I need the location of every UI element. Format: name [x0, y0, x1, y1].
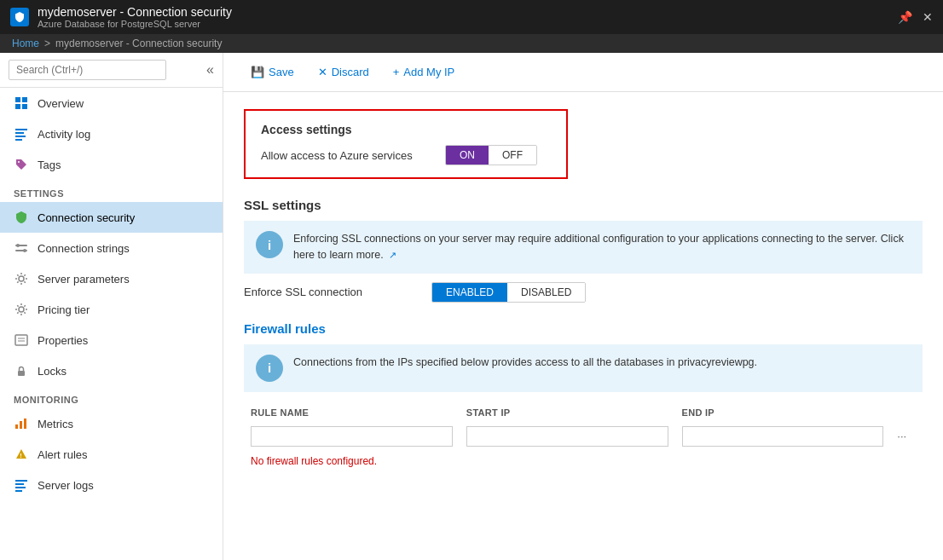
sidebar-item-connection-security[interactable]: Connection security — [0, 202, 223, 233]
add-my-ip-button[interactable]: + Add My IP — [383, 61, 466, 83]
sidebar-item-locks[interactable]: Locks — [0, 355, 223, 386]
firewall-rules-table: RULE NAME START IP END IP ··· — [244, 404, 923, 450]
sidebar-item-tags-label: Tags — [38, 159, 61, 171]
access-toggle-switch[interactable]: ON OFF — [445, 145, 537, 165]
content-area: 💾 Save ✕ Discard + Add My IP Access sett… — [223, 53, 943, 560]
connection-security-icon — [14, 210, 29, 225]
col-rule-name: RULE NAME — [244, 404, 460, 423]
discard-label: Discard — [332, 66, 369, 78]
discard-button[interactable]: ✕ Discard — [308, 61, 379, 83]
firewall-rules-title: Firewall rules — [244, 321, 923, 336]
pricing-tier-icon — [14, 302, 29, 317]
sidebar: « Overview Activity log Tags SETTINGS — [0, 53, 223, 560]
save-button[interactable]: 💾 Save — [240, 61, 304, 83]
server-parameters-icon — [14, 271, 29, 286]
svg-rect-1 — [22, 97, 27, 102]
sidebar-item-tags[interactable]: Tags — [0, 149, 223, 180]
page-subtitle: Azure Database for PostgreSQL server — [38, 19, 898, 29]
settings-section-label: SETTINGS — [0, 180, 223, 202]
sidebar-item-server-parameters[interactable]: Server parameters — [0, 263, 223, 294]
svg-point-13 — [19, 307, 24, 312]
connection-strings-icon — [14, 240, 29, 256]
sidebar-item-metrics-label: Metrics — [38, 418, 73, 430]
svg-rect-22 — [15, 480, 27, 482]
save-label: Save — [269, 66, 294, 78]
col-actions — [890, 404, 923, 423]
app-icon — [10, 8, 29, 26]
row-actions-cell: ··· — [890, 423, 923, 450]
external-link-icon: ↗ — [389, 250, 396, 260]
breadcrumb-home[interactable]: Home — [12, 38, 39, 49]
sidebar-item-server-parameters-label: Server parameters — [38, 273, 130, 286]
page-title: mydemoserver - Connection security — [38, 5, 898, 19]
start-ip-input[interactable] — [466, 426, 668, 447]
access-toggle-row: Allow access to Azure services ON OFF — [261, 145, 551, 165]
rule-name-input[interactable] — [251, 426, 453, 447]
breadcrumb: Home > mydemoserver - Connection securit… — [0, 34, 943, 53]
svg-rect-20 — [24, 419, 26, 429]
svg-point-10 — [16, 244, 20, 247]
start-ip-cell — [460, 423, 675, 450]
ssl-info-text: Enforcing SSL connections on your server… — [293, 231, 911, 263]
sidebar-item-activity-log[interactable]: Activity log — [0, 118, 223, 149]
rule-name-cell — [244, 423, 460, 450]
sidebar-item-activity-log-label: Activity log — [38, 128, 90, 141]
svg-rect-5 — [15, 132, 24, 134]
firewall-info-text: Connections from the IPs specified below… — [293, 355, 911, 371]
ssl-info-icon: i — [256, 231, 283, 258]
sidebar-item-properties-label: Properties — [38, 334, 88, 347]
firewall-info-box: i Connections from the IPs specified bel… — [244, 344, 923, 392]
svg-rect-4 — [15, 129, 27, 130]
ssl-info-box: i Enforcing SSL connections on your serv… — [244, 221, 923, 274]
svg-rect-0 — [15, 97, 20, 102]
col-start-ip: START IP — [460, 404, 675, 423]
breadcrumb-separator: > — [44, 38, 50, 49]
properties-icon — [14, 332, 29, 348]
svg-rect-6 — [15, 136, 26, 137]
svg-rect-23 — [15, 483, 24, 485]
locks-icon — [14, 363, 29, 378]
sidebar-item-properties[interactable]: Properties — [0, 325, 223, 355]
title-bar: mydemoserver - Connection security Azure… — [0, 0, 943, 34]
pin-icon[interactable]: 📌 — [898, 10, 912, 24]
sidebar-item-overview[interactable]: Overview — [0, 88, 223, 118]
ssl-toggle-switch[interactable]: ENABLED DISABLED — [431, 282, 586, 303]
overview-icon — [14, 95, 29, 111]
sidebar-item-connection-strings-label: Connection strings — [38, 242, 130, 255]
sidebar-item-connection-security-label: Connection security — [38, 211, 135, 224]
svg-point-11 — [23, 249, 26, 252]
sidebar-item-alert-rules[interactable]: ! Alert rules — [0, 439, 223, 470]
svg-rect-19 — [20, 421, 22, 429]
sidebar-item-metrics[interactable]: Metrics — [0, 408, 223, 439]
ssl-settings-title: SSL settings — [244, 198, 923, 212]
sidebar-item-locks-label: Locks — [38, 365, 67, 378]
end-ip-input[interactable] — [682, 426, 884, 447]
svg-point-12 — [19, 276, 24, 281]
add-icon: + — [393, 66, 400, 78]
svg-rect-7 — [15, 139, 22, 141]
firewall-rules-section: Firewall rules i Connections from the IP… — [244, 321, 923, 472]
access-settings-box: Access settings Allow access to Azure se… — [244, 109, 568, 179]
page-content: Access settings Allow access to Azure se… — [223, 92, 943, 560]
collapse-icon[interactable]: « — [206, 62, 214, 78]
metrics-icon — [14, 416, 29, 431]
sidebar-item-overview-label: Overview — [38, 97, 84, 110]
svg-text:!: ! — [20, 453, 21, 459]
sidebar-item-pricing-tier[interactable]: Pricing tier — [0, 294, 223, 325]
sidebar-item-connection-strings[interactable]: Connection strings — [0, 233, 223, 263]
sidebar-item-server-logs[interactable]: Server logs — [0, 470, 223, 500]
toggle-off-option[interactable]: OFF — [489, 146, 536, 165]
ssl-enforce-label: Enforce SSL connection — [244, 286, 414, 298]
row-more-actions[interactable]: ··· — [897, 430, 906, 442]
close-icon[interactable]: ✕ — [923, 10, 933, 24]
alert-rules-icon: ! — [14, 447, 29, 462]
sidebar-item-pricing-tier-label: Pricing tier — [38, 303, 90, 316]
ssl-enabled-option[interactable]: ENABLED — [432, 283, 507, 302]
toggle-on-option[interactable]: ON — [446, 146, 489, 165]
ssl-disabled-option[interactable]: DISABLED — [507, 283, 585, 302]
svg-rect-14 — [15, 335, 27, 345]
allow-azure-label: Allow access to Azure services — [261, 149, 431, 162]
access-settings-title: Access settings — [261, 123, 551, 136]
toolbar: 💾 Save ✕ Discard + Add My IP — [223, 53, 943, 92]
search-input[interactable] — [9, 60, 166, 80]
